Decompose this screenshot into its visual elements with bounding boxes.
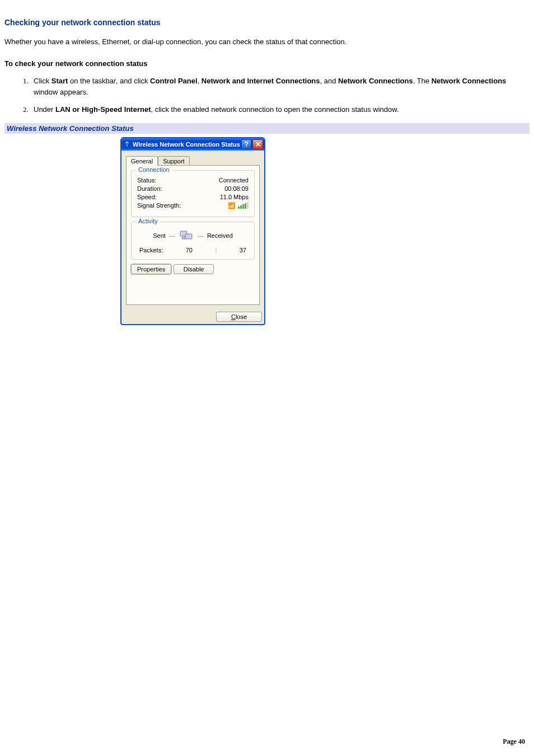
- step-text: Under: [34, 105, 55, 114]
- close-button[interactable]: Close: [216, 312, 262, 322]
- svg-rect-1: [185, 234, 192, 239]
- page-label: Page: [503, 738, 518, 745]
- step-bold: Network Connections: [432, 77, 507, 85]
- tab-strip: General Support: [126, 154, 260, 165]
- intro-paragraph: Whether you have a wireless, Ethernet, o…: [4, 37, 530, 47]
- sent-label: Sent: [153, 232, 166, 239]
- group-title-connection: Connection: [136, 166, 172, 173]
- tab-panel-general: Connection Status: Connected Duration: 0…: [126, 165, 260, 305]
- packets-label: Packets:: [139, 247, 163, 253]
- dialog-title: Wireless Network Connection Status: [133, 141, 240, 148]
- section-heading: Checking your network connection status: [4, 18, 530, 27]
- signal-label: Signal Strength:: [137, 202, 181, 209]
- step-text: , click the enabled network connection t…: [151, 105, 399, 114]
- duration-value: 00:08:09: [224, 185, 249, 192]
- received-label: Received: [207, 232, 233, 239]
- step-bold: Start: [51, 77, 68, 85]
- step-text: . The: [413, 77, 432, 85]
- packets-sent-value: 70: [186, 247, 193, 253]
- step-bold: Network and Internet Connections: [202, 77, 320, 85]
- dash-icon: —: [198, 232, 204, 239]
- speed-label: Speed:: [137, 194, 157, 200]
- help-button[interactable]: ?: [241, 139, 252, 149]
- connection-group: Connection Status: Connected Duration: 0…: [131, 170, 255, 217]
- wireless-icon: [124, 140, 130, 148]
- status-dialog: Wireless Network Connection Status ? ✕ G…: [120, 137, 265, 325]
- packets-received-value: 37: [240, 247, 246, 253]
- tab-general[interactable]: General: [126, 156, 158, 166]
- figure-caption: Wireless Network Connection Status: [4, 123, 530, 134]
- tab-support[interactable]: Support: [158, 156, 190, 166]
- step-text: window appears.: [34, 88, 88, 96]
- duration-label: Duration:: [137, 185, 162, 192]
- divider-icon: |: [215, 247, 217, 253]
- close-icon[interactable]: ✕: [252, 139, 263, 149]
- status-value: Connected: [219, 177, 249, 184]
- list-item: Under LAN or High-Speed Internet, click …: [30, 104, 530, 115]
- step-bold: LAN or High-Speed Internet: [55, 105, 151, 114]
- properties-button[interactable]: Properties: [131, 264, 171, 274]
- close-accelerator: C: [231, 313, 236, 320]
- dash-icon: —: [169, 232, 175, 239]
- svg-rect-2: [182, 237, 185, 239]
- group-title-activity: Activity: [136, 218, 160, 224]
- activity-group: Activity Sent — —: [131, 222, 255, 260]
- signal-strength-icon: 📶: [228, 202, 249, 209]
- close-button-label: lose: [236, 313, 247, 320]
- step-bold: Control Panel: [150, 77, 198, 85]
- status-label: Status:: [137, 177, 156, 184]
- step-bold: Network Connections: [338, 77, 413, 85]
- list-item: Click Start on the taskbar, and click Co…: [30, 76, 530, 97]
- computers-icon: [179, 229, 194, 242]
- disable-button[interactable]: Disable: [174, 264, 214, 274]
- speed-value: 11.0 Mbps: [220, 194, 249, 200]
- page-number: Page 40: [503, 738, 525, 746]
- step-text: ,: [198, 77, 202, 85]
- procedure-title: To check your network connection status: [4, 59, 530, 68]
- procedure-steps: Click Start on the taskbar, and click Co…: [4, 76, 530, 115]
- titlebar[interactable]: Wireless Network Connection Status ? ✕: [121, 138, 264, 151]
- page-number-value: 40: [518, 738, 525, 745]
- step-text: , and: [320, 77, 339, 85]
- step-text: Click: [34, 77, 51, 85]
- step-text: on the taskbar, and click: [68, 77, 150, 85]
